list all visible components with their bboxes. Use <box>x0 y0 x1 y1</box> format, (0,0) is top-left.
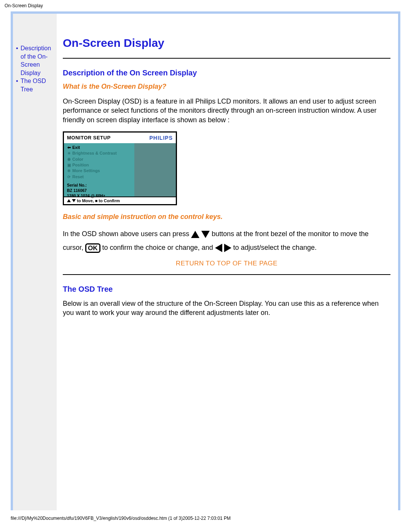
sidebar-item-osd-tree[interactable]: The OSD Tree <box>15 77 56 93</box>
paragraph-instructions: In the OSD shown above users can press b… <box>63 227 390 254</box>
osd-serial-label: Serial No.: <box>67 183 134 188</box>
osd-menu-label: Color <box>72 157 83 162</box>
sidebar-item-description[interactable]: Description of the On-Screen Display <box>15 44 56 77</box>
osd-menu-item-more: ✼More Settings <box>67 168 134 174</box>
settings-icon: ✼ <box>67 168 71 174</box>
page-title: On-Screen Display <box>63 37 390 50</box>
osd-screenshot: MONITOR SETUP PHILIPS ⬅Exit ☀Brightness … <box>63 131 177 205</box>
osd-body: ⬅Exit ☀Brightness & Contrast ◉Color ▣Pos… <box>64 143 176 197</box>
down-arrow-icon <box>201 231 210 238</box>
osd-menu: ⬅Exit ☀Brightness & Contrast ◉Color ▣Pos… <box>64 143 134 197</box>
subheading-instructions: Basic and simple instruction on the cont… <box>63 213 390 221</box>
page-header-title: On-Screen Display <box>0 0 411 11</box>
osd-menu-label: Position <box>72 162 89 168</box>
osd-resolution: 1280 X 1024 @ 60Hz <box>67 193 134 199</box>
sun-icon: ☀ <box>67 151 71 156</box>
osd-title: MONITOR SETUP <box>67 135 111 141</box>
osd-menu-item-brightness: ☀Brightness & Contrast <box>67 150 134 156</box>
osd-serial-value: BZ 116067 <box>67 188 134 193</box>
ok-icon: OK <box>85 243 100 253</box>
paragraph-osd-tree: Below is an overall view of the structur… <box>63 299 390 318</box>
paragraph-osd-description: On-Screen Display (OSD) is a feature in … <box>63 97 390 125</box>
return-to-top-link[interactable]: RETURN TO TOP OF THE PAGE <box>63 260 390 267</box>
osd-menu-label: Exit <box>72 145 80 150</box>
divider <box>63 58 390 59</box>
reset-icon: ⟳ <box>67 174 71 180</box>
right-arrow-icon <box>224 244 231 252</box>
osd-header: MONITOR SETUP PHILIPS <box>64 133 176 143</box>
sidebar-link-description[interactable]: Description of the On-Screen Display <box>21 45 51 76</box>
instr-text-1: In the OSD shown above users can press <box>63 230 189 238</box>
osd-right-panel <box>134 143 176 197</box>
osd-menu-label: Brightness & Contrast <box>72 150 117 156</box>
section-heading-description: Description of the On Screen Display <box>63 69 390 77</box>
up-arrow-icon <box>191 231 199 238</box>
back-icon: ⬅ <box>67 145 71 150</box>
sidebar-link-osd-tree[interactable]: The OSD Tree <box>21 78 46 93</box>
page-frame: Description of the On-Screen Display The… <box>11 11 400 510</box>
section-heading-osd-tree: The OSD Tree <box>63 285 390 294</box>
osd-menu-label: More Settings <box>72 168 100 174</box>
osd-info-block: Serial No.: BZ 116067 1280 X 1024 @ 60Hz <box>67 180 134 198</box>
subheading-what-is-osd: What is the On-Screen Display? <box>63 83 390 91</box>
position-icon: ▣ <box>67 163 71 168</box>
up-icon <box>67 199 71 202</box>
instr-text-3: to confirm the choice or change, and <box>102 244 215 251</box>
osd-footer-text: to Move, ■ to Confirm <box>77 198 120 203</box>
osd-menu-item-color: ◉Color <box>67 157 134 162</box>
sidebar: Description of the On-Screen Display The… <box>13 14 57 510</box>
down-icon <box>72 199 76 202</box>
osd-menu-label: Reset <box>72 174 84 180</box>
footer-path: file:///D|/My%20Documents/dfu/190V6FB_V3… <box>0 513 411 526</box>
color-icon: ◉ <box>67 157 71 162</box>
osd-menu-item-exit: ⬅Exit <box>67 145 134 150</box>
osd-brand: PHILIPS <box>150 135 173 141</box>
left-arrow-icon <box>215 244 222 252</box>
osd-menu-item-position: ▣Position <box>67 162 134 168</box>
osd-menu-item-reset: ⟳Reset <box>67 174 134 180</box>
main-content: On-Screen Display Description of the On … <box>57 14 398 510</box>
divider <box>63 274 390 275</box>
instr-text-4: to adjust/select the change. <box>233 244 317 251</box>
